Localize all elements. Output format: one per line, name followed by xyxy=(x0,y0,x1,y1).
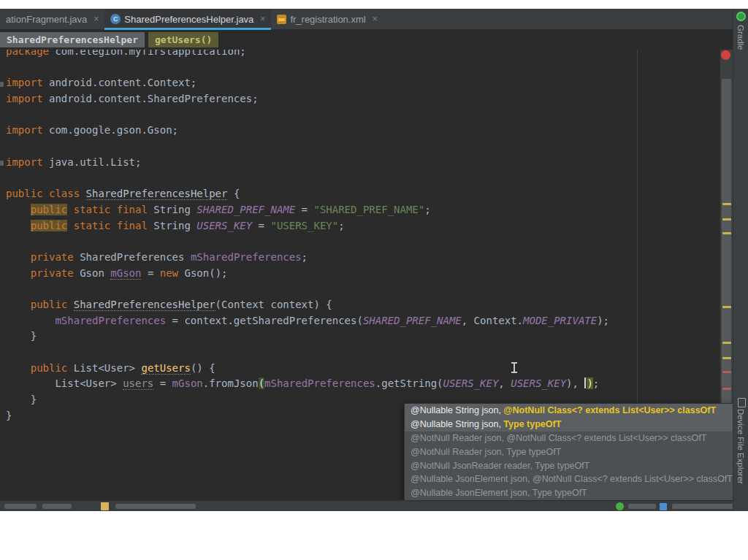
code-token: SHARED_PREF_NAME xyxy=(196,204,295,215)
tool-button-gradle[interactable]: Gradle xyxy=(736,25,745,50)
code-token: import xyxy=(6,156,43,168)
code-token: = xyxy=(252,220,270,231)
code-token: private xyxy=(31,267,74,279)
code-line[interactable]: import java.util.List; xyxy=(6,155,609,171)
code-line[interactable] xyxy=(6,345,609,361)
code-token: import xyxy=(6,124,43,136)
code-token: public xyxy=(31,204,68,215)
status-blue-icon[interactable] xyxy=(660,503,667,510)
code-line[interactable]: public static final String SHARED_PREF_N… xyxy=(6,202,609,218)
overload-hint-row[interactable]: @Nullable String json, Type typeOfT xyxy=(405,418,735,431)
code-line[interactable]: private SharedPreferences mSharedPrefere… xyxy=(6,250,609,266)
code-token: static final xyxy=(67,204,148,215)
code-token: public class xyxy=(6,188,80,199)
code-token: SharedPreferencesHelper xyxy=(86,188,228,200)
right-tool-window-bar: Gradle Device File Explorer xyxy=(733,9,748,511)
overload-hint-row[interactable]: @Nullable JsonElement json, Type typeOfT xyxy=(405,486,735,500)
hint-text: @Nullable String json, xyxy=(411,405,503,415)
error-stripe-mark[interactable] xyxy=(722,371,731,373)
code-token: SHARED_PREF_NAME xyxy=(363,315,462,326)
code-token: { xyxy=(227,188,240,199)
code-token: Gson xyxy=(74,267,111,279)
code-token xyxy=(6,204,31,215)
warning-stripe-mark[interactable] xyxy=(722,218,731,220)
code-token: SharedPreferencesHelper xyxy=(74,299,215,311)
code-line[interactable]: public static final String USERS_KEY = "… xyxy=(6,218,609,234)
code-line[interactable]: import com.google.gson.Gson; xyxy=(6,123,609,139)
code-token xyxy=(6,315,55,326)
code-line[interactable]: public SharedPreferencesHelper(Context c… xyxy=(6,297,609,313)
code-token: MODE_PRIVATE xyxy=(523,315,597,326)
code-line[interactable]: import android.content.Context; xyxy=(6,75,609,91)
code-token: = xyxy=(153,377,172,389)
code-token: import xyxy=(6,77,43,88)
code-token: "USERS_KEY" xyxy=(270,220,338,231)
status-yellow-icon[interactable] xyxy=(101,502,109,510)
code-token: .fromJson xyxy=(203,377,259,389)
code-line[interactable] xyxy=(6,139,609,155)
warning-stripe-mark[interactable] xyxy=(722,342,731,344)
hint-text: @Nullable JsonElement json, Type typeOfT xyxy=(411,488,587,498)
code-line[interactable]: } xyxy=(6,329,609,345)
code-line[interactable]: public List<User> getUsers() { xyxy=(6,361,609,377)
hint-current-param: @NotNull Class<? extends List<User>> cla… xyxy=(503,405,716,415)
code-token: ; xyxy=(424,204,430,215)
code-line[interactable]: import android.content.SharedPreferences… xyxy=(6,91,609,107)
code-token: = context.getSharedPreferences( xyxy=(166,315,363,326)
warning-stripe-mark[interactable] xyxy=(722,306,731,308)
overload-hint-row[interactable]: @Nullable String json, @NotNull Class<? … xyxy=(405,404,735,418)
fold-marker[interactable] xyxy=(0,82,4,87)
warning-stripe-mark[interactable] xyxy=(722,232,731,234)
code-token: public xyxy=(31,362,68,374)
code-token: java.util.List; xyxy=(43,156,142,168)
code-line[interactable] xyxy=(6,281,609,297)
status-text-fragment xyxy=(115,504,196,509)
breadcrumb: SharedPreferencesHelpergetUsers() xyxy=(0,30,733,50)
code-token: .getString( xyxy=(375,377,443,389)
status-text-fragment xyxy=(672,504,735,509)
overload-hint-row[interactable]: @Nullable JsonElement json, @NotNull Cla… xyxy=(405,472,735,486)
status-text-fragment xyxy=(42,504,72,509)
code-line[interactable]: private Gson mGson = new Gson(); xyxy=(6,266,609,282)
code-token: ( xyxy=(259,377,264,389)
code-token: mSharedPreferences xyxy=(55,315,166,326)
fold-marker[interactable] xyxy=(0,161,4,166)
overload-hint-row[interactable]: @NotNull Reader json, Type typeOfT xyxy=(405,445,735,459)
code-token: mSharedPreferences xyxy=(191,251,302,263)
code-area[interactable]: package com.elegion.myfirstapplication; … xyxy=(6,44,609,424)
parameter-hint-popup: @Nullable String json, @NotNull Class<? … xyxy=(404,403,736,502)
code-token: mGson xyxy=(110,267,141,280)
code-line[interactable] xyxy=(6,171,609,187)
code-token: ; xyxy=(593,377,599,389)
error-stripe-mark[interactable] xyxy=(722,388,731,390)
code-line[interactable] xyxy=(6,60,609,76)
code-token: } xyxy=(6,330,37,342)
code-line[interactable] xyxy=(6,107,609,123)
code-token: ); xyxy=(597,315,609,326)
code-token: getUsers xyxy=(141,362,190,375)
code-token: , xyxy=(498,377,511,389)
status-green-icon[interactable] xyxy=(616,502,624,510)
code-line[interactable]: List<User> users = mGson.fromJson(mShare… xyxy=(6,376,609,392)
code-line[interactable]: mSharedPreferences = context.getSharedPr… xyxy=(6,313,609,329)
warning-stripe-mark[interactable] xyxy=(722,357,731,359)
breadcrumb-item[interactable]: getUsers() xyxy=(148,32,218,47)
overload-hint-row[interactable]: @NotNull Reader json, @NotNull Class<? e… xyxy=(405,431,735,445)
hint-text: @NotNull Reader json, @NotNull Class<? e… xyxy=(411,433,706,443)
hint-current-param: Type typeOfT xyxy=(503,419,561,429)
code-token: new xyxy=(160,267,178,279)
code-token xyxy=(80,188,85,199)
error-indicator-icon[interactable] xyxy=(721,50,730,60)
code-line[interactable]: public class SharedPreferencesHelper { xyxy=(6,186,609,202)
tool-button-device-file-explorer[interactable]: Device File Explorer xyxy=(736,409,745,484)
overload-hint-row[interactable]: @NotNull JsonReader reader, Type typeOfT xyxy=(405,459,735,473)
status-text-fragment xyxy=(4,504,37,509)
code-token: } xyxy=(6,394,37,405)
code-token: public xyxy=(31,220,68,231)
code-line[interactable] xyxy=(6,234,609,250)
code-token: android.content.SharedPreferences; xyxy=(43,93,259,104)
warning-stripe-mark[interactable] xyxy=(722,203,731,205)
code-token: public xyxy=(31,299,68,310)
code-token: ) xyxy=(587,377,592,389)
breadcrumb-item[interactable]: SharedPreferencesHelper xyxy=(0,32,145,47)
